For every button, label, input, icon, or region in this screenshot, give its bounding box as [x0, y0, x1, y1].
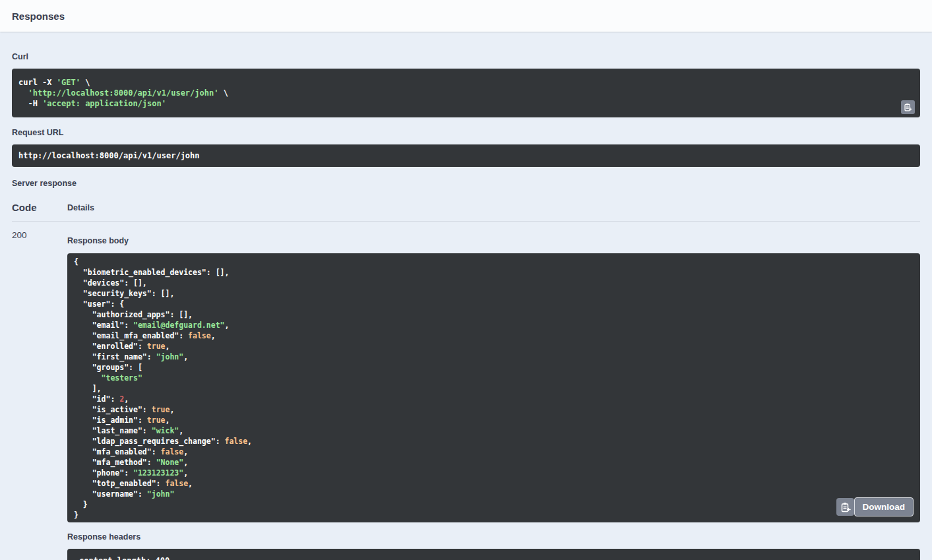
response-body-label: Response body: [67, 236, 920, 245]
responses-title: Responses: [12, 11, 65, 22]
server-response-label: Server response: [12, 179, 920, 188]
response-headers-block: content-length: 400content-type: applica…: [67, 549, 920, 560]
status-code: 200: [12, 222, 67, 560]
request-url-block: http://localhost:8000/api/v1/user/john: [12, 144, 920, 167]
response-row-200: 200 Response body { "biometric_enabled_d…: [12, 222, 920, 560]
curl-command-block: curl -X 'GET' \ 'http://localhost:8000/a…: [12, 69, 920, 117]
response-headers-text: content-length: 400content-type: applica…: [79, 555, 914, 560]
copy-response-button[interactable]: [836, 498, 854, 516]
curl-command-text: curl -X 'GET' \ 'http://localhost:8000/a…: [18, 77, 914, 109]
request-url-text: http://localhost:8000/api/v1/user/john: [18, 150, 914, 161]
clipboard-copy-icon: [840, 502, 851, 513]
details-column-header: Details: [67, 202, 94, 213]
response-body-block: { "biometric_enabled_devices": [], "devi…: [67, 253, 920, 522]
response-body-json: { "biometric_enabled_devices": [], "devi…: [74, 257, 914, 520]
curl-label: Curl: [12, 32, 920, 61]
copy-curl-button[interactable]: [901, 100, 915, 114]
response-section-body: Curl curl -X 'GET' \ 'http://localhost:8…: [0, 32, 932, 560]
response-headers-label: Response headers: [67, 532, 920, 542]
clipboard-copy-icon: [904, 103, 912, 111]
response-details: Response body { "biometric_enabled_devic…: [67, 222, 920, 560]
responses-section-header: Responses: [0, 0, 932, 32]
request-url-label: Request URL: [12, 128, 920, 137]
download-button[interactable]: Download: [854, 497, 914, 516]
code-column-header: Code: [12, 202, 67, 213]
response-table-header: Code Details: [12, 202, 920, 222]
